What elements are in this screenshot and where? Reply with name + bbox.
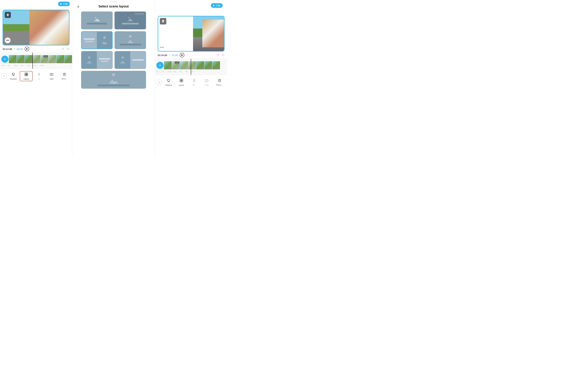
left-time-total: 00:00: [17, 48, 23, 50]
left-toolbar-split[interactable]: Split: [45, 71, 58, 81]
left-back-btn[interactable]: ‹: [1, 73, 7, 79]
right-timeline: + 0:22 00:... • 00:... • 00:32 • 00:... …: [155, 59, 227, 75]
tick: • 00:...: [161, 71, 165, 72]
redo-icon[interactable]: ↻: [67, 47, 69, 51]
left-play-badge[interactable]: 1:58: [58, 2, 70, 6]
svg-rect-0: [12, 73, 15, 75]
left-toolbar-fill[interactable]: Fill: [33, 71, 45, 81]
right-undo-icon[interactable]: ↺: [216, 53, 219, 57]
svg-rect-24: [181, 81, 183, 82]
right-toolbar-fill[interactable]: Fill: [188, 77, 200, 87]
clip-frame: [9, 55, 16, 63]
undo-icon[interactable]: ↺: [61, 47, 64, 51]
tick: • 00:...: [185, 71, 189, 72]
left-add-clip-btn[interactable]: +: [1, 56, 8, 63]
layout-icon: [24, 72, 28, 77]
right-toolbar-replace[interactable]: Replace: [162, 77, 175, 87]
left-toolbar-layout[interactable]: Layout: [20, 71, 32, 81]
right-redo-icon[interactable]: ↻: [222, 53, 224, 57]
clip-frame: [204, 61, 212, 69]
clip-frame: 0:22: [172, 61, 179, 69]
svg-rect-4: [27, 74, 28, 76]
remove-icon: [63, 73, 66, 77]
layout-img-center-text[interactable]: [115, 31, 146, 49]
svg-rect-21: [180, 79, 181, 80]
right-play-icon: [213, 4, 215, 6]
right-add-clip-btn[interactable]: +: [156, 62, 164, 69]
right-toolbar-remove[interactable]: Remo...: [213, 77, 226, 87]
tick: • 00:32: [167, 71, 172, 72]
right-play-badge[interactable]: 1:58: [211, 3, 223, 8]
left-toolbar-remove[interactable]: Rem...: [58, 71, 71, 81]
right-time-total: 01:58: [172, 54, 178, 56]
left-time-current: 00:24.88: [3, 48, 12, 50]
right-play-button[interactable]: [180, 53, 184, 57]
svg-point-8: [95, 17, 96, 18]
clip-frame: [188, 61, 196, 69]
left-play-time: 1:58: [63, 3, 67, 5]
right-layout-label: Layout: [179, 84, 184, 86]
clip-frame: [196, 61, 204, 69]
right-preview-left: •••: [158, 16, 193, 51]
svg-rect-1: [25, 73, 26, 74]
svg-rect-22: [181, 79, 183, 80]
layout-full-image[interactable]: [81, 71, 146, 89]
svg-marker-12: [127, 18, 133, 21]
right-preview-img: [193, 16, 224, 51]
split-icon: [50, 72, 54, 77]
left-timeline: + 0:22 00:18 • 00:... • 00:22 • 00:... •…: [0, 53, 72, 69]
clip-frame: [164, 61, 172, 69]
right-replace-label: Replace: [165, 84, 172, 86]
right-timeline-cursor: [191, 59, 191, 75]
tick: • 00:...: [27, 65, 31, 66]
tick: • 00:...: [179, 71, 183, 72]
right-fill-label: Fill: [193, 84, 195, 86]
clip-frame: [48, 55, 56, 63]
right-remove-icon: [218, 79, 221, 83]
right-split-icon: [205, 79, 209, 84]
right-replace-icon: [167, 79, 170, 84]
left-toolbar: ‹ Replace Layout: [0, 69, 72, 83]
right-time-current: 00:34.88: [158, 54, 167, 56]
layout-text-left-img-right[interactable]: [81, 31, 113, 49]
svg-marker-17: [120, 61, 125, 64]
right-clips-row: 0:22: [164, 61, 227, 69]
right-play-time: 1:58: [216, 4, 220, 7]
left-toolbar-replace[interactable]: Replace: [7, 71, 20, 81]
scene-menu-btn[interactable]: •••: [5, 37, 11, 43]
center-header: ∨ Select scene layout: [74, 2, 153, 10]
right-toolbar-split[interactable]: Split: [200, 77, 213, 87]
clip-frame: [212, 61, 220, 69]
left-clips-row: 0:22: [9, 55, 72, 63]
tick: • 00:...: [20, 65, 25, 66]
right-time-display: 00:34.88 / 01:58 ↺ ↻: [155, 52, 227, 59]
dog-scene-bg: [3, 10, 69, 45]
fill-icon: [37, 72, 41, 77]
split-label: Split: [50, 78, 53, 80]
tick: • 00:...: [191, 71, 195, 72]
layout-img-text-variant[interactable]: [115, 51, 146, 69]
right-scene-icon: [160, 18, 166, 25]
svg-rect-3: [25, 74, 26, 76]
left-time-sep: /: [14, 48, 15, 50]
layout-img-dark[interactable]: [115, 12, 146, 29]
center-title: Select scene layout: [99, 4, 129, 8]
clip-frame: [17, 55, 25, 63]
right-ruler: 00:... • 00:... • 00:32 • 00:... • 00:..…: [155, 70, 227, 73]
collapse-btn[interactable]: ∨: [77, 4, 79, 8]
layout-img-only[interactable]: [81, 12, 113, 29]
layout-img-left-text-right[interactable]: [81, 51, 113, 69]
right-toolbar-layout[interactable]: Layout: [175, 77, 188, 87]
svg-rect-23: [180, 81, 181, 82]
left-timeline-cursor: [32, 53, 33, 69]
left-video-preview: •••: [3, 10, 69, 45]
left-time-display: 00:24.88 / 00:00 ↺ ↻: [0, 45, 72, 53]
right-undo-redo: ↺ ↻: [216, 53, 224, 57]
left-undo-redo: ↺ ↻: [61, 47, 69, 51]
tick: • 00:3: [40, 65, 44, 66]
fill-label: Fill: [38, 78, 40, 80]
left-play-button[interactable]: [25, 47, 29, 51]
tick: • 00:22: [14, 65, 18, 66]
right-back-btn[interactable]: ‹: [156, 79, 162, 85]
tick: • 00:...: [33, 65, 38, 66]
